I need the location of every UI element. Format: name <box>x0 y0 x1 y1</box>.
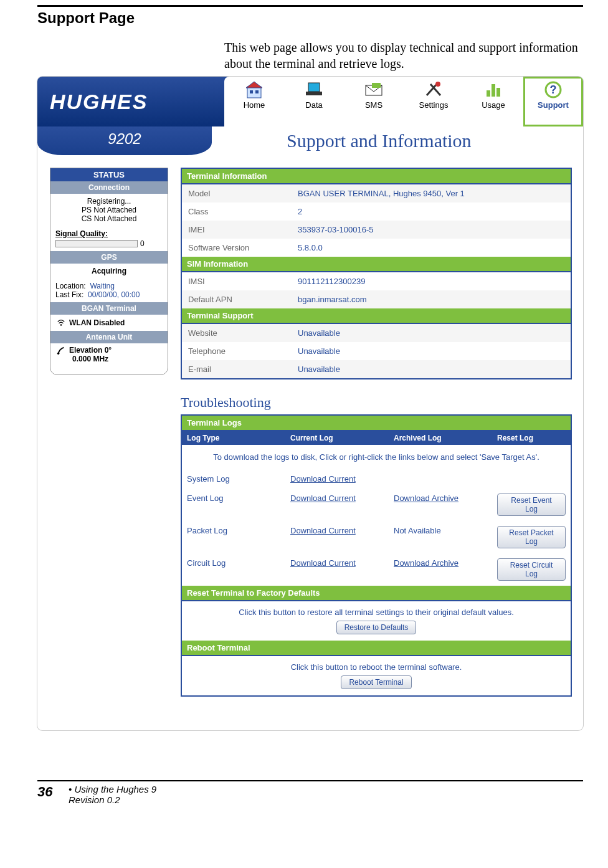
signal-meter <box>55 240 138 247</box>
footer-line1: • Using the Hughes 9 <box>69 784 156 794</box>
status-heading: STATUS <box>50 168 168 181</box>
status-bgan-heading: BGAN Terminal <box>50 302 168 315</box>
event-log-archive-link[interactable]: Download Archive <box>394 494 458 503</box>
circuit-log-current-link[interactable]: Download Current <box>290 558 356 568</box>
troubleshooting-box: Terminal Logs Log Type Current Log Archi… <box>181 414 572 697</box>
wifi-icon <box>57 318 65 327</box>
sp-web-v: Unavailable <box>294 324 571 342</box>
help-icon: ? <box>543 80 564 99</box>
si-imsi-v: 901112112300239 <box>294 272 571 290</box>
svg-rect-13 <box>496 88 500 97</box>
logs-note: To download the logs to disk, Click or r… <box>182 445 571 469</box>
reset-note: Click this button to restore all termina… <box>186 608 567 617</box>
ti-sw-v: 5.8.0.0 <box>294 239 571 257</box>
terminal-info-heading: Terminal Information <box>182 169 571 184</box>
ti-model-k: Model <box>182 184 294 203</box>
log-hdr-reset: Reset Log <box>492 431 571 445</box>
nav-settings[interactable]: Settings <box>404 77 463 126</box>
laptop-icon <box>303 80 325 99</box>
status-connection-heading: Connection <box>50 181 168 194</box>
doc-footer: 36 • Using the Hughes 9 Revision 0.2 <box>37 780 583 805</box>
gps-loc-label: Location: <box>55 282 86 290</box>
logs-header-row: Log Type Current Log Archived Log Reset … <box>182 431 571 445</box>
logs-heading: Terminal Logs <box>182 416 571 431</box>
conn-line3: CS Not Attached <box>55 214 163 223</box>
ti-class-k: Class <box>182 203 294 221</box>
circuit-log-name: Circuit Log <box>182 556 285 583</box>
nav-support-label: Support <box>538 100 569 110</box>
svg-point-10 <box>435 82 440 87</box>
packet-log-archive-na: Not Available <box>389 523 492 551</box>
gps-loc-value: Waiting <box>90 282 115 290</box>
support-heading: Terminal Support <box>182 308 571 324</box>
nav-support[interactable]: ? Support <box>523 77 583 126</box>
event-log-current-link[interactable]: Download Current <box>290 494 356 503</box>
app-screenshot: HUGHES Home Data SMS Settings <box>37 77 583 730</box>
svg-marker-1 <box>246 82 262 88</box>
nav-sms[interactable]: SMS <box>344 77 404 126</box>
reset-packet-log-button[interactable]: Reset Packet Log <box>497 526 566 548</box>
info-box: Terminal Information ModelBGAN USER TERM… <box>181 168 572 379</box>
doc-section-title: Support Page <box>37 5 583 27</box>
conn-line1: Registering... <box>55 197 163 206</box>
home-icon <box>244 80 265 99</box>
log-row-system: System Log Download Current <box>182 469 571 489</box>
log-hdr-archived: Archived Log <box>389 431 492 445</box>
restore-defaults-button[interactable]: Restore to Defaults <box>336 621 417 634</box>
reset-circuit-log-button[interactable]: Reset Circuit Log <box>497 558 566 581</box>
page-title: Support and Information <box>212 126 583 155</box>
reset-event-log-button[interactable]: Reset Event Log <box>497 494 566 516</box>
page-number: 36 <box>37 784 69 805</box>
signal-label: Signal Quality: <box>55 229 108 238</box>
log-hdr-type: Log Type <box>182 431 285 445</box>
antenna-freq: 0.000 MHz <box>72 355 108 363</box>
nav-home-label: Home <box>244 100 265 110</box>
nav-data[interactable]: Data <box>284 77 344 126</box>
svg-rect-0 <box>247 87 261 98</box>
si-apn-v: bgan.inmarsat.com <box>294 290 571 308</box>
reset-heading: Reset Terminal to Factory Defaults <box>182 586 571 601</box>
reboot-terminal-button[interactable]: Reboot Terminal <box>341 675 411 689</box>
svg-rect-2 <box>250 90 253 93</box>
nav-settings-label: Settings <box>419 100 449 110</box>
circuit-log-archive-link[interactable]: Download Archive <box>394 558 458 568</box>
svg-rect-4 <box>308 83 320 92</box>
antenna-icon <box>57 346 65 355</box>
packet-log-current-link[interactable]: Download Current <box>290 526 356 535</box>
gps-fix-label: Last Fix: <box>55 290 83 299</box>
envelope-icon <box>363 80 384 99</box>
conn-line2: PS Not Attached <box>55 206 163 214</box>
sp-tel-v: Unavailable <box>294 342 571 360</box>
brand-area: HUGHES <box>37 77 224 126</box>
log-row-event: Event Log Download Current Download Arch… <box>182 489 571 521</box>
gps-state: Acquiring <box>92 267 126 275</box>
footer-line2: Revision 0.2 <box>69 794 156 805</box>
reboot-note: Click this button to reboot the terminal… <box>186 662 567 672</box>
svg-text:?: ? <box>550 83 557 96</box>
ti-imei-k: IMEI <box>182 221 294 239</box>
nav-sms-label: SMS <box>365 100 382 110</box>
si-apn-k: Default APN <box>182 290 294 308</box>
ti-class-v: 2 <box>294 203 571 221</box>
ti-model-v: BGAN USER TERMINAL, Hughes 9450, Ver 1 <box>294 184 571 203</box>
svg-rect-3 <box>255 90 259 93</box>
nav-usage[interactable]: Usage <box>463 77 523 126</box>
bar-chart-icon <box>483 80 504 99</box>
nav-home[interactable]: Home <box>224 77 284 126</box>
svg-point-17 <box>57 353 60 355</box>
reboot-heading: Reboot Terminal <box>182 641 571 656</box>
ti-sw-k: Software Version <box>182 239 294 257</box>
brand-logo: HUGHES <box>50 90 148 114</box>
event-log-name: Event Log <box>182 491 285 518</box>
system-log-name: System Log <box>182 472 285 486</box>
model-label: 9202 <box>37 126 212 155</box>
wlan-status: WLAN Disabled <box>69 318 125 327</box>
svg-rect-5 <box>306 92 322 95</box>
system-log-current-link[interactable]: Download Current <box>290 474 356 484</box>
sub-bar: 9202 Support and Information <box>37 126 583 155</box>
status-sidebar: STATUS Connection Registering... PS Not … <box>50 168 168 730</box>
sp-tel-k: Telephone <box>182 342 294 360</box>
antenna-elevation: Elevation 0° <box>69 346 112 355</box>
nav-usage-label: Usage <box>482 100 505 110</box>
gps-fix-value: 00/00/00, 00:00 <box>88 290 140 299</box>
